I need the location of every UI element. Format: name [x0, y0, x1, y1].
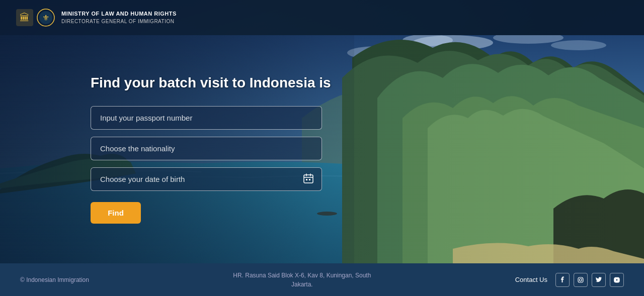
- search-form: Find: [91, 106, 322, 224]
- emblem-icon: ⚜: [36, 8, 55, 27]
- svg-text:⚜: ⚜: [42, 14, 49, 22]
- address-line2: Jakarta.: [291, 281, 313, 288]
- header-org-line1: MINISTRY OF LAW AND HUMAN RIGHTS: [61, 10, 177, 18]
- main-heading: Find your batch visit to Indonesia is: [91, 75, 331, 91]
- passport-input[interactable]: [91, 106, 322, 130]
- dob-input-wrapper: [91, 167, 322, 191]
- contact-us-link[interactable]: Contact Us: [515, 276, 547, 283]
- garuda-icon: 🏛: [15, 8, 34, 27]
- svg-text:🏛: 🏛: [20, 12, 30, 23]
- logo-area: 🏛 ⚜ MINISTRY OF LAW AND HUMAN RIGHTS DIR…: [15, 8, 177, 27]
- header-org-line2: DIRECTORATE GENERAL OF IMMIGRATION: [61, 18, 177, 25]
- social-icons: [555, 273, 624, 287]
- footer-right: Contact Us: [515, 273, 624, 287]
- svg-point-22: [582, 278, 583, 278]
- footer: © Indonesian Immigration HR. Rasuna Said…: [0, 263, 644, 296]
- footer-address: HR. Rasuna Said Blok X-6, Kav 8, Kuninga…: [233, 271, 371, 289]
- main-content: Find your batch visit to Indonesia is Fi…: [0, 35, 644, 263]
- twitter-icon[interactable]: [592, 273, 606, 287]
- logo-icons: 🏛 ⚜: [15, 8, 55, 27]
- facebook-icon[interactable]: [555, 273, 570, 287]
- copyright-text: © Indonesian Immigration: [20, 276, 89, 283]
- youtube-icon[interactable]: [610, 273, 624, 287]
- instagram-icon[interactable]: [574, 273, 588, 287]
- svg-point-21: [580, 278, 582, 281]
- header-text: MINISTRY OF LAW AND HUMAN RIGHTS DIRECTO…: [61, 10, 177, 25]
- nationality-input[interactable]: [91, 137, 322, 160]
- find-button[interactable]: Find: [91, 202, 141, 224]
- dob-input[interactable]: [91, 167, 322, 191]
- address-line1: HR. Rasuna Said Blok X-6, Kav 8, Kuninga…: [233, 272, 371, 279]
- header: 🏛 ⚜ MINISTRY OF LAW AND HUMAN RIGHTS DIR…: [0, 0, 644, 35]
